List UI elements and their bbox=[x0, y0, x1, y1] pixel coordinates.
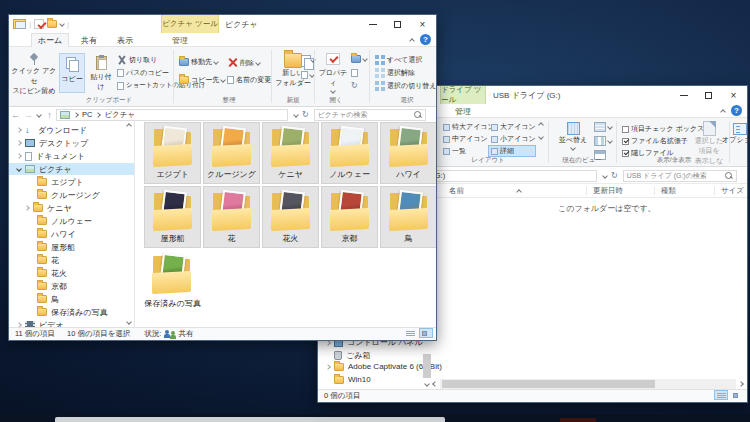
qat-properties-icon[interactable] bbox=[34, 19, 44, 29]
group-by-button[interactable] bbox=[594, 122, 612, 132]
refresh-icon[interactable]: ↻ bbox=[611, 171, 618, 180]
open-button[interactable] bbox=[351, 55, 367, 63]
maximize-button[interactable] bbox=[385, 16, 410, 32]
folder-item-kenya[interactable]: ケニヤ bbox=[262, 122, 319, 184]
forward-icon[interactable]: → bbox=[22, 110, 35, 120]
breadcrumb-current[interactable]: ピクチャ bbox=[104, 110, 135, 120]
qat-customize-icon[interactable] bbox=[59, 21, 65, 27]
recent-locations-icon[interactable] bbox=[36, 112, 42, 118]
help-icon[interactable]: ? bbox=[420, 34, 431, 45]
scroll-right-icon[interactable] bbox=[738, 381, 744, 387]
history-button[interactable]: ↻ bbox=[351, 81, 358, 90]
copy-to-button[interactable]: コピー先 bbox=[179, 75, 225, 85]
column-date-modified[interactable]: 更新日時 bbox=[593, 184, 623, 198]
folder-item-kyoto[interactable]: 京都 bbox=[321, 186, 378, 248]
folder-item-fireworks[interactable]: 花火 bbox=[262, 186, 319, 248]
tree-scrollbar[interactable] bbox=[124, 121, 134, 327]
column-name[interactable]: 名前 bbox=[449, 184, 464, 198]
pin-to-quick-access-button[interactable]: クイック アクセ スにピン留め bbox=[11, 53, 57, 96]
sidebar-item-flowers[interactable]: 花 bbox=[9, 254, 134, 266]
view-medium-icons[interactable]: 中アイコン bbox=[440, 133, 488, 145]
sidebar-item-win10[interactable]: Win10 bbox=[334, 375, 371, 384]
tree-scroll-down-icon[interactable] bbox=[422, 379, 432, 389]
refresh-icon[interactable]: ↻ bbox=[302, 110, 309, 119]
sort-by-button[interactable]: 並べ替え bbox=[556, 122, 590, 150]
move-to-button[interactable]: 移動先 bbox=[179, 57, 218, 67]
sidebar-item-hawaii[interactable]: ハワイ bbox=[9, 228, 134, 240]
search-box[interactable]: ピクチャの検索 bbox=[314, 109, 426, 121]
address-box[interactable]: PC ピクチャ bbox=[56, 109, 288, 121]
pictures-window[interactable]: | | ピクチャ ツール ピクチャ × ホーム 共有 表示 管理 ? bbox=[8, 14, 437, 341]
sidebar-item-documents[interactable]: ドキュメント bbox=[9, 150, 134, 162]
options-button[interactable]: オプション bbox=[732, 123, 748, 145]
cut-button[interactable]: 切り取り bbox=[117, 55, 157, 65]
view-extra-large-icons[interactable]: 特大アイコン bbox=[440, 121, 488, 133]
select-all-button[interactable]: すべて選択 bbox=[375, 55, 423, 65]
breadcrumb-chevron-icon[interactable] bbox=[96, 112, 102, 118]
checkbox-icon[interactable] bbox=[622, 126, 629, 133]
drive-tools-tab[interactable]: ドライブ ツール bbox=[440, 86, 486, 104]
view-small-icons[interactable]: 小アイコン bbox=[488, 133, 536, 145]
delete-button[interactable]: 削除 bbox=[227, 57, 260, 68]
close-button[interactable]: × bbox=[721, 87, 746, 103]
edit-button[interactable] bbox=[351, 69, 358, 77]
layout-scroll-strip[interactable] bbox=[539, 123, 543, 139]
checkbox-icon[interactable] bbox=[622, 138, 629, 145]
paste-button[interactable]: 貼り付け bbox=[88, 53, 114, 93]
collapse-ribbon-icon[interactable] bbox=[720, 109, 726, 115]
tab-view[interactable]: 表示 bbox=[109, 33, 141, 47]
address-dropdown-icon[interactable] bbox=[293, 112, 299, 118]
folder-item-hawaii[interactable]: ハワイ bbox=[380, 122, 436, 184]
tab-home[interactable]: ホーム bbox=[31, 33, 69, 47]
folder-item-birds[interactable]: 鳥 bbox=[380, 186, 436, 248]
sidebar-item-saved-pictures[interactable]: 保存済みの写真 bbox=[9, 306, 134, 318]
sidebar-item-desktop[interactable]: デスクトップ bbox=[9, 137, 134, 149]
folder-item-cruising[interactable]: クルージング bbox=[203, 122, 260, 184]
folder-item-norway[interactable]: ノルウェー bbox=[321, 122, 378, 184]
sidebar-item-yakatabune[interactable]: 屋形船 bbox=[9, 241, 134, 253]
maximize-button[interactable] bbox=[696, 87, 721, 103]
collapse-ribbon-icon[interactable] bbox=[409, 38, 415, 44]
picture-tools-tab[interactable]: ピクチャ ツール bbox=[161, 15, 219, 33]
folder-item-yakatabune[interactable]: 屋形船 bbox=[144, 186, 201, 248]
rename-button[interactable]: 名前の変更 bbox=[227, 75, 271, 85]
folder-item-saved-pictures[interactable]: 保存済みの写真 bbox=[144, 250, 201, 312]
details-view-toggle[interactable] bbox=[714, 390, 728, 400]
column-type[interactable]: 種類 bbox=[661, 184, 676, 198]
sidebar-item-egypt[interactable]: エジプト bbox=[9, 176, 134, 188]
column-size[interactable]: サイズ bbox=[721, 184, 744, 198]
filename-extensions-option[interactable]: ファイル名拡張子 bbox=[622, 136, 688, 146]
properties-button[interactable]: プロパティ bbox=[318, 53, 348, 93]
add-columns-button[interactable] bbox=[594, 136, 612, 146]
expander-icon[interactable] bbox=[325, 364, 331, 370]
invert-selection-button[interactable]: 選択の切り替え bbox=[375, 81, 437, 91]
copy-button[interactable]: コピー bbox=[59, 53, 85, 93]
breadcrumb-pc[interactable]: PC bbox=[82, 110, 92, 119]
view-large-icons[interactable]: 大アイコン bbox=[488, 121, 536, 133]
search-box[interactable]: USB ドライブ (G:)の検索 bbox=[623, 170, 737, 182]
select-none-button[interactable]: 選択解除 bbox=[375, 68, 415, 78]
sidebar-item-pictures[interactable]: ピクチャ bbox=[9, 163, 134, 175]
sidebar-item-kyoto[interactable]: 京都 bbox=[9, 280, 134, 292]
help-icon[interactable]: ? bbox=[731, 105, 742, 116]
tab-share[interactable]: 共有 bbox=[73, 33, 105, 47]
new-item-button[interactable] bbox=[301, 55, 315, 64]
minimize-button[interactable] bbox=[671, 87, 696, 103]
tab-manage-drive[interactable]: 管理 bbox=[440, 104, 486, 118]
easy-access-button[interactable] bbox=[301, 71, 314, 79]
address-dropdown-icon[interactable] bbox=[602, 173, 608, 179]
folder-item-flowers[interactable]: 花 bbox=[203, 186, 260, 248]
details-view-toggle[interactable] bbox=[403, 328, 417, 338]
horizontal-scrollbar[interactable] bbox=[433, 379, 743, 389]
pictures-titlebar[interactable]: | | ピクチャ ツール ピクチャ × bbox=[9, 15, 436, 33]
minimize-button[interactable] bbox=[360, 16, 385, 32]
folder-item-egypt[interactable]: エジプト bbox=[144, 122, 201, 184]
qat-new-folder-icon[interactable] bbox=[47, 20, 57, 28]
thumbnail-view-toggle[interactable] bbox=[419, 328, 433, 338]
breadcrumb-chevron-icon[interactable] bbox=[73, 112, 79, 118]
tab-manage-pictures[interactable]: 管理 bbox=[161, 33, 199, 47]
sidebar-item-fireworks[interactable]: 花火 bbox=[9, 267, 134, 279]
up-icon[interactable]: ↑ bbox=[43, 110, 56, 120]
tree-scrollbar[interactable] bbox=[423, 354, 431, 378]
sidebar-item-kenya[interactable]: ケニヤ bbox=[9, 202, 134, 214]
